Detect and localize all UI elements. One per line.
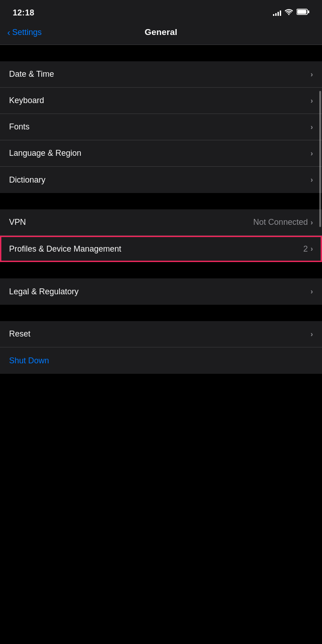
wifi-icon xyxy=(285,9,293,17)
section-spacer-3 xyxy=(0,262,322,278)
shutdown-label: Shut Down xyxy=(9,356,49,366)
keyboard-label: Keyboard xyxy=(9,96,44,105)
chevron-right-icon: › xyxy=(311,149,313,158)
status-bar: 12:18 xyxy=(0,0,322,23)
fonts-label: Fonts xyxy=(9,122,30,132)
legal-label: Legal & Regulatory xyxy=(9,287,79,297)
list-item-profiles[interactable]: Profiles & Device Management 2 › xyxy=(0,236,322,262)
vpn-value: Not Connected xyxy=(253,218,308,227)
list-item-shutdown[interactable]: Shut Down xyxy=(0,347,322,374)
general-section-4: Reset › Shut Down xyxy=(0,321,322,374)
chevron-right-icon: › xyxy=(311,245,313,253)
section-spacer-1 xyxy=(0,45,322,61)
list-item-date-time[interactable]: Date & Time › xyxy=(0,61,322,88)
chevron-right-icon: › xyxy=(311,123,313,131)
reset-label: Reset xyxy=(9,329,30,339)
battery-icon xyxy=(297,9,309,17)
chevron-right-icon: › xyxy=(311,330,313,338)
profiles-label: Profiles & Device Management xyxy=(9,244,121,254)
chevron-right-icon: › xyxy=(311,218,313,227)
svg-rect-2 xyxy=(297,10,307,14)
chevron-right-icon: › xyxy=(311,97,313,105)
svg-rect-1 xyxy=(308,10,309,13)
back-button[interactable]: ‹ Settings xyxy=(7,27,42,38)
chevron-right-icon: › xyxy=(311,287,313,296)
general-section-1: Date & Time › Keyboard › Fonts › Languag… xyxy=(0,61,322,193)
chevron-right-icon: › xyxy=(311,176,313,184)
dictionary-label: Dictionary xyxy=(9,175,45,185)
list-item-language-region[interactable]: Language & Region › xyxy=(0,140,322,167)
general-section-2: VPN Not Connected › Profiles & Device Ma… xyxy=(0,209,322,262)
list-item-legal[interactable]: Legal & Regulatory › xyxy=(0,278,322,305)
date-time-label: Date & Time xyxy=(9,69,54,79)
profiles-value: 2 xyxy=(303,244,308,254)
list-item-vpn[interactable]: VPN Not Connected › xyxy=(0,209,322,236)
list-item-dictionary[interactable]: Dictionary › xyxy=(0,167,322,193)
back-label: Settings xyxy=(12,28,42,37)
page-title: General xyxy=(144,27,177,37)
list-item-fonts[interactable]: Fonts › xyxy=(0,114,322,140)
scrollbar[interactable] xyxy=(319,91,321,227)
section-spacer-2 xyxy=(0,193,322,209)
chevron-right-icon: › xyxy=(311,70,313,79)
status-time: 12:18 xyxy=(13,8,35,18)
list-item-reset[interactable]: Reset › xyxy=(0,321,322,347)
language-region-label: Language & Region xyxy=(9,149,81,158)
list-item-keyboard[interactable]: Keyboard › xyxy=(0,88,322,114)
nav-bar: ‹ Settings General xyxy=(0,23,322,45)
vpn-label: VPN xyxy=(9,218,26,227)
signal-icon xyxy=(273,10,281,16)
general-section-3: Legal & Regulatory › xyxy=(0,278,322,305)
status-icons xyxy=(273,9,309,17)
back-chevron-icon: ‹ xyxy=(7,27,10,38)
section-spacer-4 xyxy=(0,305,322,321)
